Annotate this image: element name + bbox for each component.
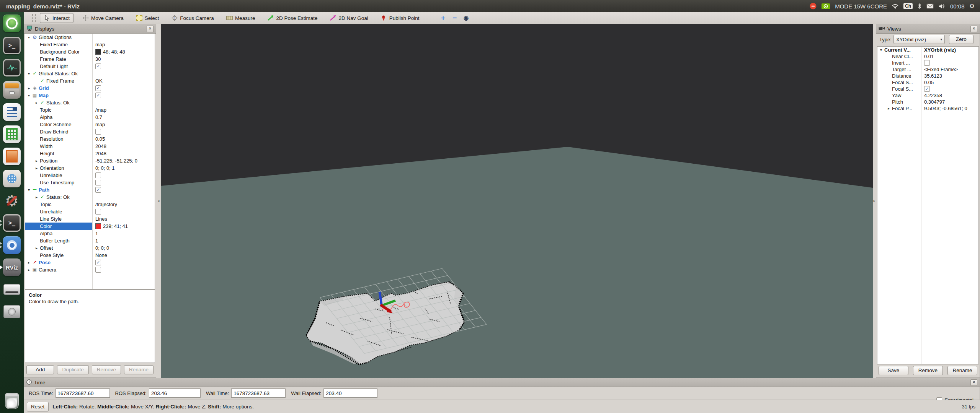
checkbox[interactable] (95, 172, 101, 178)
checkbox[interactable]: ✓ (924, 86, 930, 92)
launcher-item-chromium[interactable] (0, 234, 24, 256)
views-row-current-v-[interactable]: ▾Current V...XYOrbit (rviz) (877, 47, 978, 53)
tool-publish-point-button[interactable]: Publish Point (377, 13, 423, 23)
displays-row-fixed-frame[interactable]: ✓Fixed FrameOK (25, 77, 155, 85)
add-tool-button[interactable]: + (438, 13, 448, 23)
volume-icon[interactable] (939, 3, 945, 9)
displays-row-map[interactable]: ▾▦Map✓ (25, 92, 155, 99)
displays-row-background-color[interactable]: Background Color48; 48; 48 (25, 48, 155, 55)
displays-row-pose-style[interactable]: Pose StyleNone (25, 252, 155, 259)
views-row-focal-p-[interactable]: ▸Focal P...9.5043; -0.68561; 0 (877, 105, 978, 112)
displays-row-orientation[interactable]: ▸Orientation0; 0; 0; 1 (25, 164, 155, 172)
time-close-icon[interactable]: × (970, 379, 977, 386)
views-row-distance[interactable]: Distance35.6123 (877, 73, 978, 79)
displays-row-status-ok[interactable]: ▸✓Status: Ok (25, 99, 155, 106)
checkbox[interactable] (924, 60, 930, 66)
wall-elapsed-input[interactable] (323, 389, 377, 398)
displays-row-draw-behind[interactable]: Draw Behind (25, 128, 155, 135)
session-gear-icon[interactable]: ⚙ (970, 3, 975, 10)
displays-row-buffer-length[interactable]: Buffer Length1 (25, 237, 155, 244)
views-row-focal-s-[interactable]: Focal S...✓ (877, 86, 978, 92)
ros-elapsed-input[interactable] (149, 389, 201, 398)
ros-time-input[interactable] (56, 389, 110, 398)
displays-row-offset[interactable]: ▸Offset0; 0; 0 (25, 244, 155, 252)
displays-row-pose[interactable]: ▸↗Pose✓ (25, 259, 155, 266)
displays-row-path[interactable]: ▾~Path✓ (25, 186, 155, 193)
displays-row-status-ok[interactable]: ▸✓Status: Ok (25, 193, 155, 201)
views-row-focal-s-[interactable]: Focal S...0.05 (877, 79, 978, 86)
displays-duplicate-button[interactable]: Duplicate (57, 365, 88, 374)
views-row-invert-[interactable]: Invert ... (877, 60, 978, 66)
checkbox[interactable] (95, 267, 101, 273)
displays-row-color-scheme[interactable]: Color Schememap (25, 121, 155, 128)
power-mode-label[interactable]: MODE 15W 6CORE (835, 3, 887, 10)
views-row-yaw[interactable]: Yaw4.22358 (877, 92, 978, 99)
displays-row-global-options[interactable]: ▾⚙Global Options (25, 34, 155, 41)
left-splitter[interactable]: ◂ (156, 24, 161, 378)
checkbox[interactable]: ✓ (95, 187, 101, 193)
mail-icon[interactable] (926, 3, 934, 9)
launcher-item-ubuntu-dash[interactable] (0, 12, 24, 34)
displays-row-position[interactable]: ▸Position-51.225; -51.225; 0 (25, 157, 155, 164)
time-panel-header[interactable]: Time × (24, 378, 980, 387)
launcher-item-terminal[interactable]: >_ (0, 34, 24, 57)
checkbox[interactable]: ✓ (95, 85, 101, 91)
views-panel-header[interactable]: Views × (876, 24, 980, 34)
zero-button[interactable]: Zero (949, 35, 973, 44)
remove-tool-button[interactable]: − (450, 13, 460, 23)
right-splitter[interactable]: ▸ (873, 24, 876, 378)
displays-row-default-light[interactable]: Default Light✓ (25, 63, 155, 70)
collapse-left-icon[interactable]: ◂ (158, 199, 160, 203)
tool-interact-button[interactable]: Interact (40, 13, 74, 23)
displays-row-resolution[interactable]: Resolution0.05 (25, 135, 155, 143)
displays-row-use-timestamp[interactable]: Use Timestamp (25, 179, 155, 186)
views-row-pitch[interactable]: Pitch0.304797 (877, 99, 978, 105)
displays-row-grid[interactable]: ▸◈Grid✓ (25, 85, 155, 92)
displays-row-camera[interactable]: ▸▣Camera (25, 266, 155, 273)
launcher-item-system-settings[interactable]: ⚙ (0, 190, 24, 212)
checkbox[interactable] (95, 180, 101, 185)
launcher-item-software-center[interactable] (0, 167, 24, 190)
column-divider[interactable] (92, 34, 93, 289)
render-view[interactable] (161, 24, 873, 378)
displays-row-frame-rate[interactable]: Frame Rate30 (25, 55, 155, 63)
wall-time-input[interactable] (231, 389, 286, 398)
views-row-near-cl-[interactable]: Near Cl...0.01 (877, 53, 978, 60)
keyboard-layout-indicator[interactable]: Ch (903, 3, 913, 9)
launcher-item-hard-disk[interactable] (0, 301, 24, 323)
views-remove-button[interactable]: Remove (913, 366, 943, 375)
checkbox[interactable]: ✓ (95, 63, 101, 69)
reset-button[interactable]: Reset (27, 402, 49, 411)
displays-row-fixed-frame[interactable]: Fixed Framemap (25, 41, 155, 48)
launcher-item-libreoffice-calc[interactable] (0, 123, 24, 145)
launcher-item-file-cabinet[interactable] (0, 79, 24, 101)
displays-row-global-status-ok[interactable]: ▾✓Global Status: Ok (25, 70, 155, 77)
collapse-right-icon[interactable]: ▸ (874, 199, 875, 203)
checkbox[interactable]: ✓ (95, 93, 101, 98)
checkbox[interactable] (95, 209, 101, 215)
displays-row-unreliable[interactable]: Unreliable (25, 172, 155, 179)
view-type-combo[interactable]: XYOrbit (rviz) ▾ (893, 35, 945, 44)
displays-row-width[interactable]: Width2048 (25, 143, 155, 150)
toolbar-drag-handle[interactable] (32, 14, 36, 22)
displays-row-alpha[interactable]: Alpha1 (25, 230, 155, 237)
launcher-item-libreoffice-writer[interactable] (0, 101, 24, 123)
launcher-item-rviz[interactable]: RViz (0, 256, 24, 278)
displays-row-height[interactable]: Height2048 (25, 150, 155, 157)
launcher-item-disk-drive[interactable] (0, 278, 24, 301)
checkbox[interactable]: ✓ (95, 260, 101, 265)
displays-rename-button[interactable]: Rename (124, 365, 154, 374)
displays-remove-button[interactable]: Remove (92, 365, 121, 374)
column-divider[interactable] (921, 47, 921, 364)
clock-label[interactable]: 00:08 (950, 3, 965, 10)
tool-measure-button[interactable]: Measure (223, 13, 259, 23)
tool-options-button[interactable]: ◉ (461, 13, 471, 23)
launcher-item-terminal-2[interactable]: >_ (0, 212, 24, 234)
tool-focus-camera-button[interactable]: Focus Camera (168, 13, 217, 23)
checkbox[interactable] (95, 129, 101, 135)
displays-panel-header[interactable]: Displays × (24, 24, 156, 34)
displays-row-alpha[interactable]: Alpha0.7 (25, 114, 155, 121)
launcher-item-libreoffice-impress[interactable] (0, 145, 24, 167)
bluetooth-icon[interactable] (918, 3, 921, 9)
launcher-item-trash[interactable] (0, 390, 24, 412)
